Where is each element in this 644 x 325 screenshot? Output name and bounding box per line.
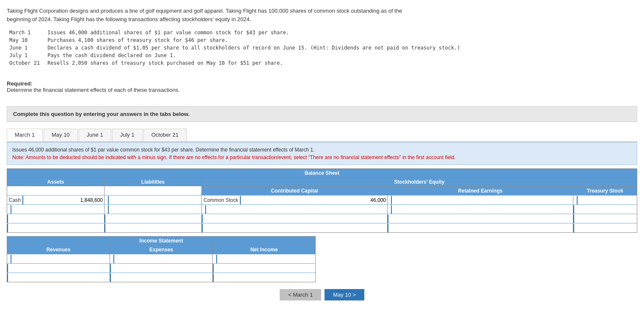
treasury-value-1-input[interactable]	[577, 196, 637, 204]
liab-label-1	[105, 199, 108, 201]
liab-value-2-input[interactable]	[108, 205, 201, 214]
tab-may10[interactable]: May 10	[44, 129, 78, 141]
is-rev-row1	[7, 254, 110, 263]
is-exp-value-2-input[interactable]	[110, 264, 212, 273]
expenses-header: Expenses	[110, 245, 212, 254]
treasury-header: Treasury Stock	[573, 187, 637, 195]
intro-paragraph: Taking Flight Corporation designs and pr…	[7, 7, 409, 23]
asset-value-4-input[interactable]	[7, 224, 104, 232]
retained-value-2-input[interactable]	[391, 205, 573, 214]
asset-value-1-input[interactable]	[22, 196, 104, 204]
tab-july1[interactable]: July 1	[112, 129, 143, 141]
treasury-value-3-input[interactable]	[573, 215, 637, 223]
liab-value-3-input[interactable]	[105, 215, 201, 223]
info-note: Note: Amounts to be deducted should be i…	[12, 154, 456, 160]
retained-row4	[388, 223, 573, 232]
nav-buttons: < March 1 May 10 >	[7, 289, 637, 300]
retained-value-3-input[interactable]	[388, 215, 573, 223]
contributed-row2	[202, 205, 388, 214]
is-exp-row1	[110, 254, 213, 263]
retained-header: Retained Earnings	[388, 187, 573, 195]
tab-march1[interactable]: March 1	[7, 129, 43, 141]
bs-liab-row3	[105, 214, 202, 223]
next-button[interactable]: May 10 >	[325, 289, 364, 300]
is-ni-label-1	[213, 258, 216, 260]
transaction-desc-3: Declares a cash dividend of $1.05 per sh…	[46, 44, 462, 51]
contributed-value-1-input[interactable]	[240, 196, 387, 204]
revenues-header: Revenues	[7, 245, 110, 254]
bs-se-row4	[202, 223, 637, 232]
se-header: Stockholders' Equity	[202, 178, 637, 186]
is-exp-label-1	[110, 258, 113, 260]
income-statement-title: Income Statement	[7, 237, 315, 245]
retained-row1	[388, 196, 573, 204]
treasury-value-2-input[interactable]	[573, 205, 637, 214]
asset-value-2-input[interactable]	[11, 205, 104, 214]
contributed-row1: Common Stock	[202, 196, 388, 204]
bs-data-row-1: Cash Common Stock	[7, 195, 637, 204]
info-main: Issues 46,000 additional shares of $1 pa…	[12, 147, 314, 153]
transaction-desc-2: Purchases 4,100 shares of treasury stock…	[46, 37, 462, 44]
asset-value-input-1[interactable]	[22, 196, 104, 204]
bs-assets-row1: Cash	[7, 196, 105, 204]
treasury-value-4-input[interactable]	[573, 224, 637, 232]
asset-value-3-input[interactable]	[7, 215, 104, 223]
bs-assets-row4	[7, 223, 105, 232]
tabs-section: March 1 May 10 June 1 July 1 October 21 …	[7, 129, 637, 282]
treasury-label-1	[573, 199, 577, 201]
retained-row2	[388, 205, 573, 214]
retained-value-4-input[interactable]	[388, 224, 573, 232]
liab-label-2	[105, 209, 108, 210]
is-exp-row2	[110, 264, 213, 273]
bs-se-row2	[202, 205, 637, 214]
treasury-row1	[573, 196, 637, 204]
bs-assets-row3	[7, 214, 105, 223]
is-exp-value-1-input[interactable]	[113, 255, 212, 263]
bs-data-row-2	[7, 204, 637, 214]
bs-assets-row2	[7, 205, 105, 214]
contributed-value-2-input[interactable]	[205, 205, 387, 214]
bs-data-row-4	[7, 223, 637, 232]
contributed-row3	[202, 214, 388, 223]
tab-june1[interactable]: June 1	[79, 129, 111, 141]
is-headers: Revenues Expenses Net Income	[7, 245, 315, 254]
treasury-row4	[573, 223, 637, 232]
info-box: Issues 46,000 additional shares of $1 pa…	[7, 142, 637, 165]
is-rev-value-2-input[interactable]	[7, 264, 110, 273]
tab-october21[interactable]: October 21	[143, 129, 187, 141]
is-rev-value-1-input[interactable]	[11, 255, 110, 263]
is-rev-value-3-input[interactable]	[7, 273, 110, 282]
treasury-col: Treasury Stock	[573, 187, 637, 195]
transaction-date-3: June 1	[8, 44, 45, 51]
revenues-col: Revenues	[7, 245, 110, 254]
is-exp-value-3-input[interactable]	[110, 273, 212, 282]
contributed-label-1: Common Stock	[202, 196, 240, 204]
liab-value-4-input[interactable]	[105, 224, 201, 232]
retained-value-1-input[interactable]	[391, 196, 573, 204]
contributed-value-3-input[interactable]	[202, 215, 387, 223]
transaction-date-4: July 1	[8, 52, 45, 59]
tabs-row: March 1 May 10 June 1 July 1 October 21	[7, 129, 637, 142]
is-ni-row2	[213, 264, 315, 273]
liab-value-input-1[interactable]	[108, 196, 201, 204]
is-ni-value-1-input[interactable]	[216, 255, 315, 263]
retained-label-1	[388, 199, 391, 201]
contributed-row4	[202, 223, 388, 232]
asset-label-1: Cash	[7, 196, 22, 204]
prev-button[interactable]: < March 1	[280, 289, 321, 300]
is-rev-label-1	[7, 258, 11, 260]
liab-value-1-input[interactable]	[108, 196, 201, 204]
contributed-value-4-input[interactable]	[202, 224, 387, 232]
is-ni-value-2-input[interactable]	[213, 264, 315, 273]
balance-sheet-container: Balance Sheet Assets Liabilities Stockho…	[7, 168, 637, 233]
is-ni-row3	[213, 273, 315, 282]
transaction-date-5: October 21	[8, 60, 45, 66]
is-ni-value-3-input[interactable]	[213, 273, 315, 282]
expenses-col: Expenses	[110, 245, 213, 254]
retained-label-2	[388, 209, 391, 210]
required-description: Determine the financial statement effect…	[7, 87, 637, 93]
bs-se-subheaders: Contributed Capital Retained Earnings Tr…	[202, 186, 637, 195]
transaction-desc-5: Resells 2,050 shares of treasury stock p…	[46, 60, 462, 66]
is-data-row-3	[7, 273, 315, 282]
transaction-date-2: May 10	[8, 37, 45, 44]
